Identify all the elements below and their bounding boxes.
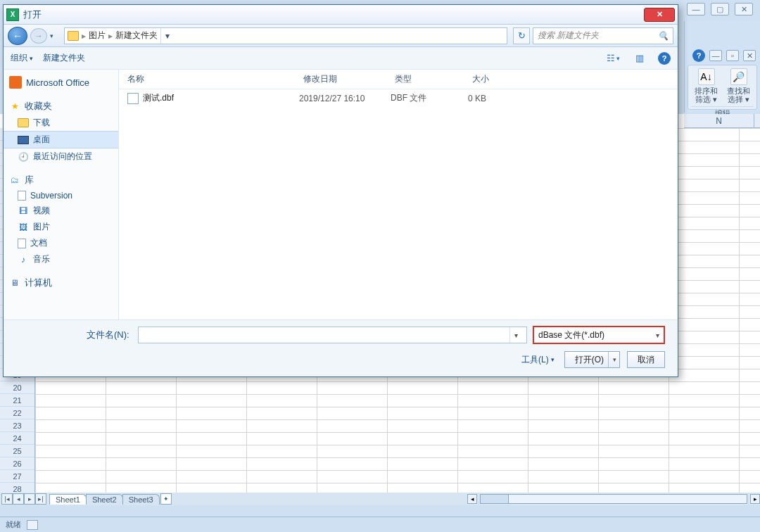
dialog-help-button[interactable]: ? bbox=[658, 52, 671, 65]
ribbon-minimize-button[interactable]: — bbox=[709, 50, 722, 61]
dialog-toolbar: 组织▾ 新建文件夹 ☷ ▾ ▥ ? bbox=[4, 47, 678, 70]
open-button[interactable]: 打开(O)▾ bbox=[564, 351, 620, 368]
column-headers: N bbox=[684, 114, 760, 128]
ribbon-group-editing: A↓ 排序和 筛选 ▾ 🔎 查找和 选择 ▾ 编辑 bbox=[688, 65, 757, 110]
column-header-n[interactable]: N bbox=[684, 114, 754, 128]
col-header-size[interactable]: 大小 bbox=[472, 73, 521, 85]
view-options-button[interactable]: ☷ ▾ bbox=[604, 51, 621, 66]
tree-subversion[interactable]: Subversion bbox=[4, 189, 118, 203]
excel-close-button[interactable]: ✕ bbox=[735, 3, 753, 15]
tree-favorites[interactable]: ★收藏夹 bbox=[4, 98, 118, 115]
refresh-button[interactable]: ↻ bbox=[513, 27, 530, 44]
folder-icon bbox=[68, 31, 79, 41]
tree-pictures[interactable]: 🖼图片 bbox=[4, 219, 118, 235]
sheet-tab[interactable]: Sheet3 bbox=[122, 494, 160, 505]
sheet-tab-bar: |◂ ◂ ▸ ▸| Sheet1Sheet2Sheet3 ✦ ◂ ▸ bbox=[0, 493, 760, 505]
chevron-down-icon: ▾ bbox=[656, 331, 659, 339]
col-header-name[interactable]: 名称 bbox=[127, 73, 303, 85]
tree-libraries[interactable]: 🗂库 bbox=[4, 172, 118, 189]
tree-recent[interactable]: 🕘最近访问的位置 bbox=[4, 148, 118, 165]
status-text: 就绪 bbox=[6, 519, 21, 530]
sort-icon: A↓ bbox=[698, 68, 715, 85]
excel-titlebar: — ▢ ✕ bbox=[680, 0, 760, 18]
search-placeholder: 搜索 新建文件夹 bbox=[538, 30, 599, 42]
hscroll-thumb[interactable] bbox=[481, 495, 509, 503]
tree-ms-office[interactable]: Microsoft Office bbox=[4, 74, 118, 91]
tools-button[interactable]: 工具(L)▾ bbox=[521, 354, 555, 366]
excel-minimize-button[interactable]: — bbox=[687, 3, 705, 15]
excel-restore-button[interactable]: ▢ bbox=[711, 3, 729, 15]
macro-record-icon[interactable] bbox=[27, 520, 38, 530]
nav-forward-button[interactable]: → bbox=[30, 28, 47, 44]
organize-button[interactable]: 组织▾ bbox=[11, 52, 33, 64]
dialog-bottom: 文件名(N): ▾ dBase 文件(*.dbf) ▾ 工具(L)▾ 打开(O)… bbox=[4, 319, 678, 376]
find-select-button[interactable]: 🔎 查找和 选择 ▾ bbox=[725, 68, 753, 103]
row-header[interactable]: 23 bbox=[0, 419, 34, 432]
help-icon[interactable]: ? bbox=[692, 49, 705, 62]
folder-icon bbox=[18, 118, 29, 127]
hscroll-right-arrow[interactable]: ▸ bbox=[750, 494, 760, 504]
tree-documents[interactable]: 文档 bbox=[4, 235, 118, 251]
breadcrumb-part-0[interactable]: 图片 bbox=[89, 30, 106, 42]
hscroll-left-arrow[interactable]: ◂ bbox=[467, 494, 477, 504]
sheet-tab[interactable]: Sheet1 bbox=[49, 494, 87, 505]
desktop-icon bbox=[18, 136, 29, 144]
row-header[interactable]: 26 bbox=[0, 457, 34, 470]
dialog-title: 打开 bbox=[23, 8, 644, 21]
col-header-type[interactable]: 类型 bbox=[395, 73, 472, 85]
sheet-nav-prev[interactable]: ◂ bbox=[13, 493, 24, 505]
file-icon bbox=[127, 93, 139, 104]
row-header[interactable]: 20 bbox=[0, 381, 34, 394]
sheet-tab[interactable]: Sheet2 bbox=[86, 494, 123, 505]
search-input[interactable]: 搜索 新建文件夹 🔍 bbox=[533, 27, 673, 44]
file-row[interactable]: 测试.dbf2019/12/27 16:10DBF 文件0 KB bbox=[119, 89, 678, 107]
tree-music[interactable]: ♪音乐 bbox=[4, 251, 118, 267]
sheet-nav-first[interactable]: |◂ bbox=[1, 493, 13, 505]
excel-ribbon: ? — ▫ ✕ A↓ 排序和 筛选 ▾ 🔎 查找和 选择 ▾ 编辑 bbox=[684, 21, 760, 113]
office-icon bbox=[9, 76, 22, 89]
sort-filter-button[interactable]: A↓ 排序和 筛选 ▾ bbox=[692, 68, 721, 103]
tree-downloads[interactable]: 下载 bbox=[4, 115, 118, 131]
star-icon: ★ bbox=[9, 101, 20, 111]
row-header[interactable]: 27 bbox=[0, 470, 34, 483]
breadcrumb-part-1[interactable]: 新建文件夹 bbox=[115, 30, 158, 42]
row-header[interactable]: 21 bbox=[0, 394, 34, 407]
filename-dropdown[interactable]: ▾ bbox=[509, 327, 522, 343]
sheet-nav-next[interactable]: ▸ bbox=[24, 493, 35, 505]
tree-video[interactable]: 🎞视频 bbox=[4, 203, 118, 219]
nav-history-dropdown[interactable]: ▾ bbox=[50, 32, 58, 39]
address-dropdown[interactable]: ▾ bbox=[160, 28, 173, 44]
new-sheet-button[interactable]: ✦ bbox=[160, 493, 172, 505]
image-icon: 🖼 bbox=[18, 222, 29, 232]
ribbon-restore-button[interactable]: ▫ bbox=[726, 50, 739, 61]
ribbon-close-button[interactable]: ✕ bbox=[743, 50, 756, 61]
computer-icon: 🖥 bbox=[9, 278, 20, 288]
row-header[interactable]: 22 bbox=[0, 407, 34, 419]
preview-pane-button[interactable]: ▥ bbox=[631, 51, 648, 66]
file-list: 名称 修改日期 类型 大小 测试.dbf2019/12/27 16:10DBF … bbox=[119, 70, 678, 319]
nav-back-button[interactable]: ← bbox=[8, 27, 27, 45]
nav-tree: Microsoft Office ★收藏夹 下载 桌面 🕘最近访问的位置 🗂库 … bbox=[4, 70, 119, 319]
filetype-value: dBase 文件(*.dbf) bbox=[538, 329, 604, 341]
open-split-dropdown[interactable]: ▾ bbox=[608, 352, 616, 367]
cancel-button[interactable]: 取消 bbox=[627, 351, 665, 368]
music-icon: ♪ bbox=[18, 255, 29, 265]
sheet-nav-last[interactable]: ▸| bbox=[35, 493, 46, 505]
dialog-close-button[interactable]: ✕ bbox=[644, 8, 675, 22]
newfolder-button[interactable]: 新建文件夹 bbox=[43, 52, 85, 64]
filetype-select[interactable]: dBase 文件(*.dbf) ▾ bbox=[533, 326, 665, 344]
hscroll-track[interactable] bbox=[480, 494, 747, 504]
file-size: 0 KB bbox=[468, 94, 517, 103]
row-header[interactable]: 24 bbox=[0, 432, 34, 445]
dialog-titlebar[interactable]: 打开 ✕ bbox=[4, 5, 678, 25]
filename-input[interactable]: ▾ bbox=[138, 327, 527, 343]
tree-computer[interactable]: 🖥计算机 bbox=[4, 274, 118, 291]
library-icon: 🗂 bbox=[9, 175, 20, 185]
tree-desktop[interactable]: 桌面 bbox=[4, 131, 118, 148]
col-header-date[interactable]: 修改日期 bbox=[303, 73, 395, 85]
file-name: 测试.dbf bbox=[143, 92, 174, 104]
address-bar[interactable]: ▸ 图片 ▸ 新建文件夹 ▾ bbox=[64, 27, 507, 44]
chevron-right-icon: ▸ bbox=[82, 31, 86, 41]
row-header[interactable]: 25 bbox=[0, 445, 34, 457]
ribbon-help-area: ? — ▫ ✕ bbox=[692, 49, 756, 62]
